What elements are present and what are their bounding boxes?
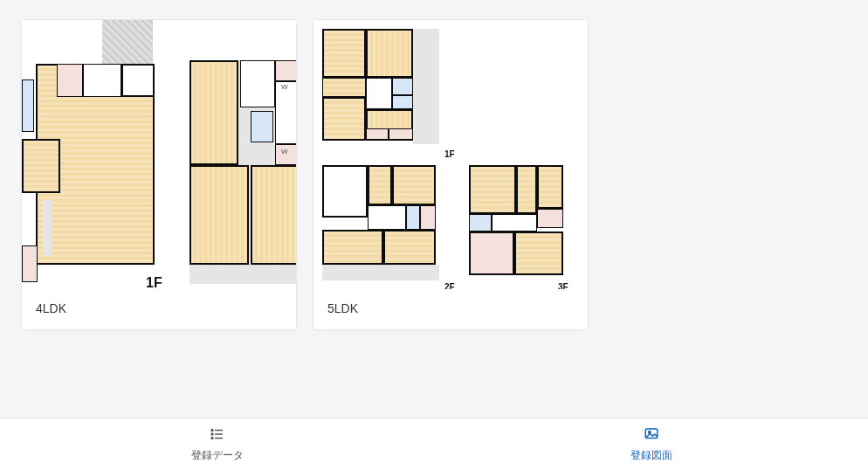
card-list: W W 1F 4LDK xyxy=(0,0,868,330)
floor-label-1f: 1F xyxy=(444,149,455,159)
floorplan-5ldk-1f xyxy=(322,29,439,146)
plan-card-5ldk[interactable]: 1F 2F 3F 5LDK xyxy=(313,19,589,330)
bottom-tabbar: 登録データ 登録図面 xyxy=(0,418,868,470)
tab-label: 登録図面 xyxy=(630,448,672,463)
floorplan-1f-left xyxy=(22,20,160,284)
tab-registered-data[interactable]: 登録データ xyxy=(0,418,434,470)
svg-point-4 xyxy=(211,437,213,439)
floorplan-5ldk-3f xyxy=(469,165,567,282)
plan-caption: 5LDK xyxy=(313,289,588,329)
page: W W 1F 4LDK xyxy=(0,0,868,470)
svg-point-0 xyxy=(211,429,213,431)
tab-registered-plan[interactable]: 登録図面 xyxy=(434,418,868,470)
list-icon xyxy=(208,426,227,445)
floorplan-1f-right: W W xyxy=(189,60,296,284)
plan-image-4ldk: W W 1F xyxy=(22,20,296,289)
image-icon xyxy=(642,426,661,445)
floorplan-5ldk-2f xyxy=(322,165,439,282)
floor-label-1f: 1F xyxy=(146,275,162,289)
svg-point-2 xyxy=(211,433,213,435)
plan-card-4ldk[interactable]: W W 1F 4LDK xyxy=(21,19,297,330)
floor-label-2f: 2F xyxy=(444,282,455,289)
plan-image-5ldk: 1F 2F 3F xyxy=(313,20,588,289)
floor-label-3f: 3F xyxy=(558,282,568,289)
plan-caption: 4LDK xyxy=(22,289,296,329)
tab-label: 登録データ xyxy=(191,448,244,463)
